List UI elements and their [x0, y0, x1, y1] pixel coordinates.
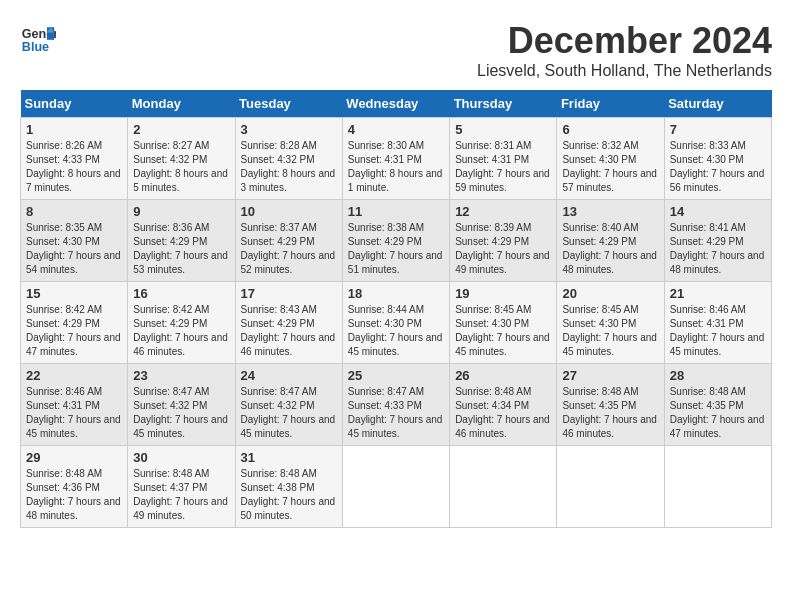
calendar-cell: 7 Sunrise: 8:33 AMSunset: 4:30 PMDayligh…	[664, 118, 771, 200]
day-number: 7	[670, 122, 766, 137]
calendar-cell: 27 Sunrise: 8:48 AMSunset: 4:35 PMDaylig…	[557, 364, 664, 446]
day-number: 4	[348, 122, 444, 137]
page-header: General Blue December 2024 Liesveld, Sou…	[20, 20, 772, 80]
calendar-cell	[664, 446, 771, 528]
calendar-cell: 3 Sunrise: 8:28 AMSunset: 4:32 PMDayligh…	[235, 118, 342, 200]
calendar-cell: 19 Sunrise: 8:45 AMSunset: 4:30 PMDaylig…	[450, 282, 557, 364]
calendar-cell: 9 Sunrise: 8:36 AMSunset: 4:29 PMDayligh…	[128, 200, 235, 282]
header-sunday: Sunday	[21, 90, 128, 118]
day-info: Sunrise: 8:38 AMSunset: 4:29 PMDaylight:…	[348, 221, 444, 277]
day-number: 29	[26, 450, 122, 465]
calendar-cell: 11 Sunrise: 8:38 AMSunset: 4:29 PMDaylig…	[342, 200, 449, 282]
calendar-cell: 23 Sunrise: 8:47 AMSunset: 4:32 PMDaylig…	[128, 364, 235, 446]
day-number: 30	[133, 450, 229, 465]
day-info: Sunrise: 8:43 AMSunset: 4:29 PMDaylight:…	[241, 303, 337, 359]
calendar-header-row: SundayMondayTuesdayWednesdayThursdayFrid…	[21, 90, 772, 118]
day-info: Sunrise: 8:36 AMSunset: 4:29 PMDaylight:…	[133, 221, 229, 277]
calendar-cell: 4 Sunrise: 8:30 AMSunset: 4:31 PMDayligh…	[342, 118, 449, 200]
day-info: Sunrise: 8:26 AMSunset: 4:33 PMDaylight:…	[26, 139, 122, 195]
day-info: Sunrise: 8:37 AMSunset: 4:29 PMDaylight:…	[241, 221, 337, 277]
calendar-cell: 1 Sunrise: 8:26 AMSunset: 4:33 PMDayligh…	[21, 118, 128, 200]
calendar-week-3: 15 Sunrise: 8:42 AMSunset: 4:29 PMDaylig…	[21, 282, 772, 364]
day-info: Sunrise: 8:48 AMSunset: 4:35 PMDaylight:…	[562, 385, 658, 441]
day-number: 2	[133, 122, 229, 137]
day-number: 27	[562, 368, 658, 383]
header-tuesday: Tuesday	[235, 90, 342, 118]
day-number: 24	[241, 368, 337, 383]
day-number: 19	[455, 286, 551, 301]
page-subtitle: Liesveld, South Holland, The Netherlands	[477, 62, 772, 80]
calendar-week-4: 22 Sunrise: 8:46 AMSunset: 4:31 PMDaylig…	[21, 364, 772, 446]
day-info: Sunrise: 8:27 AMSunset: 4:32 PMDaylight:…	[133, 139, 229, 195]
calendar-cell: 29 Sunrise: 8:48 AMSunset: 4:36 PMDaylig…	[21, 446, 128, 528]
day-info: Sunrise: 8:48 AMSunset: 4:37 PMDaylight:…	[133, 467, 229, 523]
day-info: Sunrise: 8:46 AMSunset: 4:31 PMDaylight:…	[670, 303, 766, 359]
day-number: 20	[562, 286, 658, 301]
calendar-cell: 8 Sunrise: 8:35 AMSunset: 4:30 PMDayligh…	[21, 200, 128, 282]
calendar-cell: 12 Sunrise: 8:39 AMSunset: 4:29 PMDaylig…	[450, 200, 557, 282]
day-info: Sunrise: 8:41 AMSunset: 4:29 PMDaylight:…	[670, 221, 766, 277]
calendar-week-5: 29 Sunrise: 8:48 AMSunset: 4:36 PMDaylig…	[21, 446, 772, 528]
day-number: 15	[26, 286, 122, 301]
calendar-cell: 18 Sunrise: 8:44 AMSunset: 4:30 PMDaylig…	[342, 282, 449, 364]
calendar-cell: 22 Sunrise: 8:46 AMSunset: 4:31 PMDaylig…	[21, 364, 128, 446]
day-number: 11	[348, 204, 444, 219]
calendar-cell: 14 Sunrise: 8:41 AMSunset: 4:29 PMDaylig…	[664, 200, 771, 282]
day-info: Sunrise: 8:47 AMSunset: 4:32 PMDaylight:…	[133, 385, 229, 441]
day-info: Sunrise: 8:33 AMSunset: 4:30 PMDaylight:…	[670, 139, 766, 195]
day-info: Sunrise: 8:28 AMSunset: 4:32 PMDaylight:…	[241, 139, 337, 195]
calendar-cell: 31 Sunrise: 8:48 AMSunset: 4:38 PMDaylig…	[235, 446, 342, 528]
day-info: Sunrise: 8:31 AMSunset: 4:31 PMDaylight:…	[455, 139, 551, 195]
day-number: 31	[241, 450, 337, 465]
calendar-cell: 28 Sunrise: 8:48 AMSunset: 4:35 PMDaylig…	[664, 364, 771, 446]
header-friday: Friday	[557, 90, 664, 118]
day-info: Sunrise: 8:39 AMSunset: 4:29 PMDaylight:…	[455, 221, 551, 277]
day-number: 18	[348, 286, 444, 301]
day-number: 23	[133, 368, 229, 383]
title-section: December 2024 Liesveld, South Holland, T…	[477, 20, 772, 80]
header-saturday: Saturday	[664, 90, 771, 118]
calendar-week-1: 1 Sunrise: 8:26 AMSunset: 4:33 PMDayligh…	[21, 118, 772, 200]
day-info: Sunrise: 8:48 AMSunset: 4:36 PMDaylight:…	[26, 467, 122, 523]
calendar-cell: 13 Sunrise: 8:40 AMSunset: 4:29 PMDaylig…	[557, 200, 664, 282]
calendar-cell: 16 Sunrise: 8:42 AMSunset: 4:29 PMDaylig…	[128, 282, 235, 364]
day-number: 25	[348, 368, 444, 383]
calendar-cell: 24 Sunrise: 8:47 AMSunset: 4:32 PMDaylig…	[235, 364, 342, 446]
day-number: 14	[670, 204, 766, 219]
day-number: 9	[133, 204, 229, 219]
calendar-cell: 2 Sunrise: 8:27 AMSunset: 4:32 PMDayligh…	[128, 118, 235, 200]
day-number: 16	[133, 286, 229, 301]
day-number: 13	[562, 204, 658, 219]
day-number: 17	[241, 286, 337, 301]
day-number: 1	[26, 122, 122, 137]
calendar-cell: 5 Sunrise: 8:31 AMSunset: 4:31 PMDayligh…	[450, 118, 557, 200]
svg-text:Blue: Blue	[22, 40, 49, 54]
calendar-cell: 15 Sunrise: 8:42 AMSunset: 4:29 PMDaylig…	[21, 282, 128, 364]
page-title: December 2024	[477, 20, 772, 62]
day-number: 3	[241, 122, 337, 137]
day-number: 6	[562, 122, 658, 137]
day-info: Sunrise: 8:46 AMSunset: 4:31 PMDaylight:…	[26, 385, 122, 441]
day-info: Sunrise: 8:32 AMSunset: 4:30 PMDaylight:…	[562, 139, 658, 195]
day-number: 12	[455, 204, 551, 219]
day-number: 28	[670, 368, 766, 383]
day-info: Sunrise: 8:35 AMSunset: 4:30 PMDaylight:…	[26, 221, 122, 277]
calendar-cell	[342, 446, 449, 528]
day-info: Sunrise: 8:48 AMSunset: 4:35 PMDaylight:…	[670, 385, 766, 441]
day-info: Sunrise: 8:47 AMSunset: 4:32 PMDaylight:…	[241, 385, 337, 441]
day-info: Sunrise: 8:45 AMSunset: 4:30 PMDaylight:…	[455, 303, 551, 359]
day-number: 26	[455, 368, 551, 383]
calendar-cell: 21 Sunrise: 8:46 AMSunset: 4:31 PMDaylig…	[664, 282, 771, 364]
day-info: Sunrise: 8:47 AMSunset: 4:33 PMDaylight:…	[348, 385, 444, 441]
day-number: 8	[26, 204, 122, 219]
calendar-week-2: 8 Sunrise: 8:35 AMSunset: 4:30 PMDayligh…	[21, 200, 772, 282]
calendar-cell: 26 Sunrise: 8:48 AMSunset: 4:34 PMDaylig…	[450, 364, 557, 446]
header-wednesday: Wednesday	[342, 90, 449, 118]
calendar-table: SundayMondayTuesdayWednesdayThursdayFrid…	[20, 90, 772, 528]
day-number: 5	[455, 122, 551, 137]
day-info: Sunrise: 8:42 AMSunset: 4:29 PMDaylight:…	[133, 303, 229, 359]
calendar-cell	[557, 446, 664, 528]
day-info: Sunrise: 8:42 AMSunset: 4:29 PMDaylight:…	[26, 303, 122, 359]
calendar-cell	[450, 446, 557, 528]
day-info: Sunrise: 8:30 AMSunset: 4:31 PMDaylight:…	[348, 139, 444, 195]
